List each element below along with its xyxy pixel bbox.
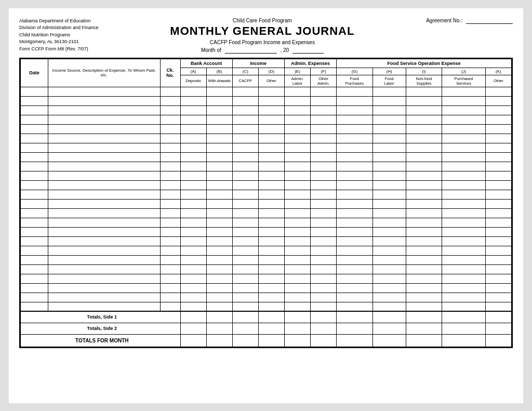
row-9-date xyxy=(21,162,48,171)
row-17-e xyxy=(284,236,310,246)
row-7-d xyxy=(258,143,284,152)
row-1-h xyxy=(373,87,406,96)
row-6-h xyxy=(373,134,406,143)
row-20-f xyxy=(311,264,337,274)
row-2-c xyxy=(232,96,258,105)
row-10-ck xyxy=(160,171,180,180)
row-24-h xyxy=(373,302,406,311)
row-7-j xyxy=(442,143,486,152)
row-23-b xyxy=(206,293,232,302)
row-7-i xyxy=(406,143,442,152)
col-j-letter: (J) xyxy=(442,68,486,75)
col-f-sub: Other Admin. xyxy=(311,75,337,87)
col-d-sub: Other xyxy=(258,75,284,87)
row-9-f xyxy=(311,162,337,171)
totals-month-row: TOTALS FOR MONTH xyxy=(21,334,512,347)
totals-side1-e xyxy=(284,311,310,323)
row-1-d xyxy=(258,87,284,96)
row-12-f xyxy=(311,190,337,199)
row-8-j xyxy=(442,152,486,162)
row-8-e xyxy=(284,152,310,162)
row-1-ck xyxy=(160,87,180,96)
row-18-e xyxy=(284,246,310,255)
row-7-e xyxy=(284,143,310,152)
row-3-i xyxy=(406,105,442,115)
row-2-f xyxy=(311,96,337,105)
row-21-b xyxy=(206,274,232,283)
row-19-e xyxy=(284,255,310,264)
row-20-b xyxy=(206,264,232,274)
table-row xyxy=(21,255,512,264)
row-10-g xyxy=(337,171,373,180)
row-9-a xyxy=(180,162,206,171)
totals-side1-h xyxy=(373,311,406,323)
row-23-desc xyxy=(48,293,160,302)
row-12-i xyxy=(406,190,442,199)
row-12-ck xyxy=(160,190,180,199)
row-21-a xyxy=(180,274,206,283)
totals-month-label: TOTALS FOR MONTH xyxy=(21,334,181,347)
row-10-a xyxy=(180,171,206,180)
row-7-desc xyxy=(48,143,160,152)
row-16-k xyxy=(485,227,511,236)
row-24-d xyxy=(258,302,284,311)
row-7-g xyxy=(337,143,373,152)
row-4-ck xyxy=(160,115,180,124)
table-row xyxy=(21,208,512,218)
row-6-a xyxy=(180,134,206,143)
row-16-g xyxy=(337,227,373,236)
row-8-g xyxy=(337,152,373,162)
row-18-a xyxy=(180,246,206,255)
row-23-g xyxy=(337,293,373,302)
table-row xyxy=(21,180,512,190)
row-3-ck xyxy=(160,105,180,115)
col-g-letter: (G) xyxy=(337,68,373,75)
year-input xyxy=(292,47,324,54)
row-16-desc xyxy=(48,227,160,236)
col-k-sub: Other xyxy=(485,75,511,87)
row-6-date xyxy=(21,134,48,143)
row-5-d xyxy=(258,124,284,134)
col-h-sub: Food Labor xyxy=(373,75,406,87)
row-23-f xyxy=(311,293,337,302)
row-23-d xyxy=(258,293,284,302)
row-15-desc xyxy=(48,218,160,227)
row-12-desc xyxy=(48,190,160,199)
row-16-b xyxy=(206,227,232,236)
totals-side2-label: Totals, Side 2 xyxy=(21,323,181,334)
col-a-letter: (A) xyxy=(180,68,206,75)
col-date-header: Date xyxy=(21,59,48,87)
col-b-letter: (B) xyxy=(206,68,232,75)
row-15-d xyxy=(258,218,284,227)
row-23-e xyxy=(284,293,310,302)
row-9-desc xyxy=(48,162,160,171)
totals-side1-g xyxy=(337,311,373,323)
header-row-sections: Date Income Source, Description of Expen… xyxy=(21,59,512,68)
row-9-g xyxy=(337,162,373,171)
row-17-ck xyxy=(160,236,180,246)
row-12-b xyxy=(206,190,232,199)
row-2-e xyxy=(284,96,310,105)
row-3-a xyxy=(180,105,206,115)
row-1-g xyxy=(337,87,373,96)
row-11-desc xyxy=(48,180,160,190)
col-e-letter: (E) xyxy=(284,68,310,75)
row-21-j xyxy=(442,274,486,283)
row-21-g xyxy=(337,274,373,283)
row-22-b xyxy=(206,283,232,293)
row-2-j xyxy=(442,96,486,105)
row-3-h xyxy=(373,105,406,115)
row-9-ck xyxy=(160,162,180,171)
row-3-k xyxy=(485,105,511,115)
row-15-g xyxy=(337,218,373,227)
row-2-b xyxy=(206,96,232,105)
row-24-f xyxy=(311,302,337,311)
row-18-date xyxy=(21,246,48,255)
row-4-a xyxy=(180,115,206,124)
row-19-b xyxy=(206,255,232,264)
row-19-g xyxy=(337,255,373,264)
row-5-h xyxy=(373,124,406,134)
row-16-j xyxy=(442,227,486,236)
row-22-g xyxy=(337,283,373,293)
month-label: Month of xyxy=(201,47,221,53)
